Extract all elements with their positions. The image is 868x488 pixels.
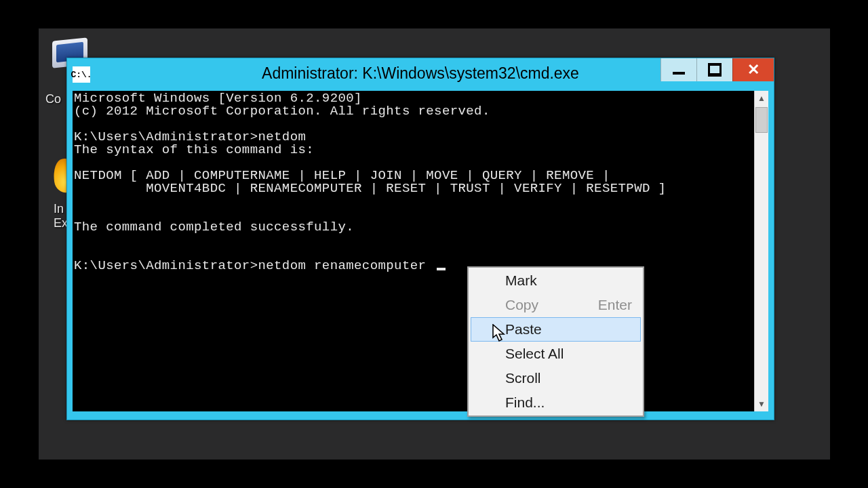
menu-item-scroll[interactable]: Scroll — [471, 366, 641, 390]
desktop-icon-computer-label: Co — [45, 92, 61, 106]
scroll-down-arrow-icon[interactable]: ▼ — [755, 396, 768, 411]
desktop-background: Co In Ex C:\. Administrator: K:\Windows\… — [39, 28, 830, 460]
vertical-scrollbar[interactable]: ▲ ▼ — [754, 91, 768, 411]
menu-item-select-all[interactable]: Select All — [471, 342, 641, 366]
scroll-thumb[interactable] — [755, 107, 768, 133]
menu-item-label: Mark — [505, 272, 537, 289]
menu-item-paste[interactable]: Paste — [471, 317, 641, 342]
minimize-button[interactable] — [660, 58, 696, 81]
menu-item-mark[interactable]: Mark — [471, 268, 641, 293]
menu-item-find[interactable]: Find... — [471, 390, 641, 415]
menu-item-label: Find... — [505, 394, 545, 411]
system-menu-icon[interactable]: C:\. — [73, 66, 90, 83]
menu-item-shortcut: Enter — [587, 297, 632, 313]
terminal[interactable]: Microsoft Windows [Version 6.2.9200] (c)… — [73, 91, 754, 411]
menu-item-label: Scroll — [505, 370, 541, 386]
menu-item-label: Paste — [505, 321, 542, 338]
menu-item-copy: CopyEnter — [471, 293, 641, 317]
menu-item-label: Select All — [505, 346, 564, 362]
close-button[interactable] — [732, 58, 774, 81]
context-menu: MarkCopyEnterPasteSelect AllScrollFind..… — [467, 266, 644, 417]
titlebar[interactable]: C:\. Administrator: K:\Windows\system32\… — [67, 58, 774, 91]
caption-buttons — [660, 58, 774, 81]
cmd-window: C:\. Administrator: K:\Windows\system32\… — [66, 58, 774, 420]
maximize-button[interactable] — [696, 58, 732, 81]
scroll-up-arrow-icon[interactable]: ▲ — [755, 91, 768, 106]
terminal-area: Microsoft Windows [Version 6.2.9200] (c)… — [73, 91, 768, 411]
maximize-icon — [708, 64, 722, 75]
menu-item-label: Copy — [505, 297, 538, 313]
desktop-icon-ie-label-a: In — [54, 202, 64, 216]
system-menu-icon-text: C:\. — [71, 70, 92, 80]
desktop-icon-ie-label-b: Ex — [54, 216, 68, 230]
terminal-caret — [437, 268, 446, 270]
